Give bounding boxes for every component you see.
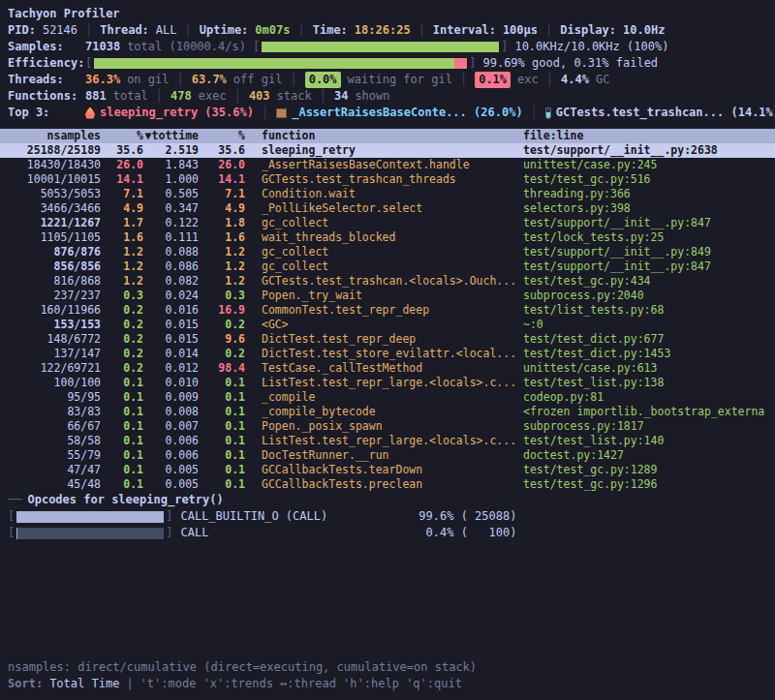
cell-function: Popen._try_wait [245, 289, 523, 303]
threads-on-gil-name: on gil [127, 72, 169, 88]
divider: │ [262, 105, 268, 121]
cell-pct-direct: 0.1 [101, 477, 143, 492]
cell-function: DictTest.test_store_evilattr.<local... [245, 347, 523, 361]
cell-nsamples: 47/47 [0, 463, 101, 477]
cell-file-line: test/support/__init__.py:849 [523, 245, 775, 259]
sort-value[interactable]: Total Time [49, 676, 119, 692]
thread-value[interactable]: ALL [156, 22, 177, 39]
table-row[interactable]: 66/670.10.0070.1Popen._posix_spawnsubpro… [0, 419, 775, 434]
cell-tottime: 0.007 [143, 419, 199, 434]
opcodes-title-row: ── Opcodes for sleeping_retry() [0, 492, 775, 508]
header-pct-cumulative: % [199, 129, 245, 143]
cell-function: ListTest.test_repr_large.<locals>.c... [245, 376, 523, 390]
table-row[interactable]: 876/8761.20.0881.2gc_collecttest/support… [0, 245, 775, 259]
header-tottime-sorted[interactable]: ▼tottime [143, 129, 199, 143]
cell-nsamples: 5053/5053 [0, 187, 101, 201]
top3-item-1[interactable]: sleeping_retry (35.6%) [100, 105, 254, 121]
cell-nsamples: 58/58 [0, 434, 101, 448]
cell-function: _AssertRaisesBaseContext.handle [245, 158, 523, 172]
table-row[interactable]: 1221/12671.70.1221.8gc_collecttest/suppo… [0, 216, 775, 230]
table-row[interactable]: 137/1470.20.0140.2DictTest.test_store_ev… [0, 347, 775, 361]
cell-pct-cumulative: 14.1 [199, 172, 245, 187]
key-hints: 't':mode 'x':trends ↔:thread 'h':help 'q… [140, 676, 462, 692]
table-row[interactable]: 83/830.10.0080.1_compile_bytecode<frozen… [0, 405, 775, 419]
threads-exc-value: 0.1% [475, 72, 511, 88]
cell-pct-cumulative: 0.1 [199, 448, 245, 463]
opcode-name: CALL_BUILTIN_O (CALL) [180, 508, 408, 525]
table-row[interactable]: 47/470.10.0050.1GCCallbackTests.tearDown… [0, 463, 775, 477]
table-row[interactable]: 18430/1843026.01.84326.0_AssertRaisesBas… [0, 158, 775, 172]
table-row[interactable]: 100/1000.10.0100.1ListTest.test_repr_lar… [0, 376, 775, 390]
top3-row: Top 3: sleeping_retry (35.6%) │ _AssertR… [0, 105, 775, 121]
cell-nsamples: 95/95 [0, 390, 101, 405]
separator-dashes: ── [8, 492, 21, 508]
table-row[interactable]: 3466/34664.90.3474.9_PollLikeSelector.se… [0, 201, 775, 216]
cell-pct-direct: 0.1 [101, 448, 143, 463]
table-row[interactable]: 160/119660.20.01616.9CommonTest.test_rep… [0, 303, 775, 318]
table-row[interactable]: 856/8561.20.0861.2gc_collecttest/support… [0, 259, 775, 274]
cell-nsamples: 66/67 [0, 419, 101, 434]
time-value: 18:26:25 [355, 22, 411, 39]
cell-tottime: 0.015 [143, 332, 199, 347]
thread-label: Thread: [100, 22, 149, 39]
top3-item-2[interactable]: _AssertRaisesBaseConte... (26.0%) [292, 105, 522, 121]
functions-exec-name: exec [199, 88, 227, 105]
table-row[interactable]: 237/2370.30.0240.3Popen._try_waitsubproc… [0, 289, 775, 303]
table-row[interactable]: 55/790.10.0060.1DocTestRunner.__rundocte… [0, 448, 775, 463]
opcode-bar-fill [16, 528, 17, 539]
cell-pct-direct: 0.1 [101, 419, 143, 434]
cell-tottime: 0.005 [143, 463, 199, 477]
cell-function: GCTests.test_trashcan_threads [245, 172, 523, 187]
cell-tottime: 0.008 [143, 405, 199, 419]
table-row[interactable]: 122/697210.20.01298.4TestCase._callTestM… [0, 361, 775, 376]
cell-file-line: <frozen importlib._bootstrap_externa [523, 405, 775, 419]
divider: │ [156, 88, 163, 105]
cell-pct-direct: 0.2 [101, 361, 143, 376]
header-file-line: file:line [523, 129, 775, 143]
cell-pct-cumulative: 0.1 [199, 463, 245, 477]
cell-file-line: test/list_tests.py:68 [523, 303, 775, 318]
functions-stack-name: stack [277, 88, 312, 105]
efficiency-bar-fill [94, 58, 454, 69]
cell-pct-direct: 0.1 [101, 434, 143, 448]
uptime-value: 0m07s [255, 22, 290, 39]
table-row[interactable]: 148/67720.20.0159.6DictTest.test_repr_de… [0, 332, 775, 347]
divider: │ [234, 88, 241, 105]
efficiency-bar-fail [454, 58, 467, 69]
table-row[interactable]: 1105/11051.60.1111.6wait_threads_blocked… [0, 230, 775, 245]
table-header: nsamples % ▼tottime % function file:line [0, 129, 775, 143]
cell-nsamples: 100/100 [0, 376, 101, 390]
test-tube-icon [545, 107, 551, 119]
cell-function: Condition.wait [245, 187, 523, 201]
cell-pct-direct: 1.2 [101, 259, 143, 274]
divider: │ [320, 88, 326, 105]
cell-function: DocTestRunner.__run [245, 448, 523, 463]
divider: │ [545, 22, 552, 39]
cell-nsamples: 153/153 [0, 318, 101, 332]
cell-function: gc_collect [245, 245, 523, 259]
cell-file-line: test/test_list.py:140 [523, 434, 775, 448]
table-row[interactable]: 10001/1001514.11.00014.1GCTests.test_tra… [0, 172, 775, 187]
table-row[interactable]: 153/1530.20.0150.2<GC>~:0 [0, 318, 775, 332]
cell-pct-cumulative: 0.2 [199, 347, 245, 361]
cell-pct-direct: 4.9 [101, 201, 143, 216]
table-row[interactable]: 58/580.10.0060.1ListTest.test_repr_large… [0, 434, 775, 448]
table-row[interactable]: 95/950.10.0090.1_compilecodeop.py:81 [0, 390, 775, 405]
threads-row: Threads: 36.3%on gil │ 63.7%off gil │ 0.… [0, 72, 775, 88]
functions-total-value: 881 [85, 88, 107, 105]
opcode-bars: []CALL_BUILTIN_O (CALL)99.6% ( 25088)[]C… [0, 508, 775, 541]
cell-tottime: 0.082 [143, 274, 199, 289]
opcode-name: CALL [180, 525, 408, 541]
table-row[interactable]: 816/8681.20.0821.2GCTests.test_trashcan.… [0, 274, 775, 289]
top3-item-3[interactable]: GCTests.test_trashcan... (14.1%) [556, 105, 775, 121]
threads-off-gil-name: off gil [233, 72, 283, 88]
table-row[interactable]: 45/480.10.0050.1GCCallbackTests.preclean… [0, 477, 775, 492]
table-row[interactable]: 5053/50537.10.5057.1Condition.waitthread… [0, 187, 775, 201]
cell-function: ListTest.test_repr_large.<locals>.c... [245, 434, 523, 448]
cell-function: _compile [245, 390, 523, 405]
table-row[interactable]: 25188/2518935.62.51935.6sleeping_retryte… [0, 143, 775, 158]
cell-function: _PollLikeSelector.select [245, 201, 523, 216]
cell-pct-direct: 1.2 [101, 245, 143, 259]
sort-label: Sort: [8, 676, 43, 692]
efficiency-row: Efficiency: [] 99.69% good, 0.31% failed [0, 55, 775, 72]
